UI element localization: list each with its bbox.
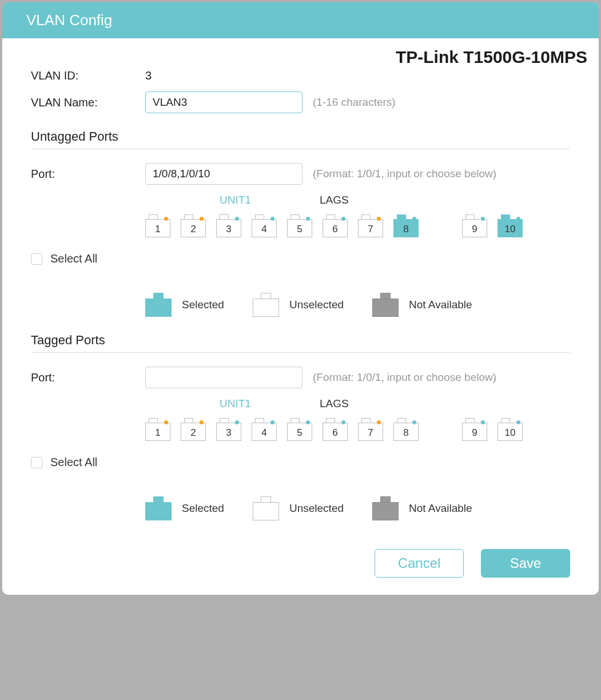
port-6[interactable]: 6: [323, 214, 348, 237]
legend-tagged: Selected Unselected Not Available: [145, 496, 570, 520]
port-number: 5: [287, 224, 312, 235]
port-4[interactable]: 4: [252, 214, 277, 237]
port-9[interactable]: 9: [462, 214, 487, 237]
port-status-dot-icon: [235, 420, 239, 424]
port-status-dot-icon: [341, 217, 345, 221]
vlan-name-hint: (1-16 characters): [313, 96, 396, 109]
port-3[interactable]: 3: [216, 418, 241, 441]
tagged-ports-row: 12345678910: [145, 418, 570, 441]
tab-unit1-untagged[interactable]: UNIT1: [220, 194, 251, 206]
untagged-select-all-checkbox[interactable]: [31, 253, 42, 265]
legend-selected-icon: [145, 496, 172, 520]
port-status-dot-icon: [516, 217, 520, 221]
untagged-port-input[interactable]: [145, 163, 303, 185]
port-8[interactable]: 8: [393, 214, 419, 237]
port-status-dot-icon: [270, 217, 274, 221]
port-7[interactable]: 7: [358, 418, 383, 441]
port-number: 2: [181, 224, 206, 235]
port-3[interactable]: 3: [216, 214, 241, 237]
port-status-dot-icon: [377, 420, 381, 424]
vlan-name-label: VLAN Name:: [31, 96, 145, 109]
port-status-dot-icon: [306, 217, 310, 221]
tagged-port-hint: (Format: 1/0/1, input or choose below): [313, 371, 496, 384]
port-status-dot-icon: [377, 217, 381, 221]
legend-unselected-label: Unselected: [289, 299, 344, 311]
legend-unselected-icon: [253, 496, 279, 520]
port-status-dot-icon: [481, 420, 485, 424]
port-9[interactable]: 9: [462, 418, 487, 441]
tab-lags-untagged[interactable]: LAGS: [320, 194, 349, 206]
port-5[interactable]: 5: [287, 418, 312, 441]
port-status-dot-icon: [516, 420, 520, 424]
port-number: 5: [287, 427, 312, 439]
tab-lags-tagged[interactable]: LAGS: [320, 397, 349, 410]
port-4[interactable]: 4: [252, 418, 277, 441]
legend-selected-icon: [145, 293, 172, 317]
tagged-select-all-checkbox[interactable]: [31, 457, 42, 468]
tagged-port-label: Port:: [31, 371, 145, 384]
legend-notavail-label: Not Available: [409, 299, 472, 311]
port-2[interactable]: 2: [181, 418, 206, 441]
content-area: VLAN ID: 3 VLAN Name: (1-16 characters) …: [2, 69, 599, 595]
port-number: 8: [393, 427, 419, 439]
port-7[interactable]: 7: [358, 214, 383, 237]
port-status-dot-icon: [235, 217, 239, 221]
port-number: 4: [252, 224, 277, 235]
window-title: VLAN Config: [2, 2, 599, 38]
port-status-dot-icon: [412, 217, 416, 221]
untagged-select-all-label: Select All: [50, 252, 97, 265]
port-8[interactable]: 8: [393, 418, 419, 441]
legend-notavail-icon: [372, 496, 399, 520]
port-number: 6: [323, 427, 348, 439]
port-number: 3: [216, 224, 241, 235]
port-number: 9: [462, 427, 487, 439]
port-number: 1: [145, 224, 170, 235]
port-number: 3: [216, 427, 241, 439]
tagged-title: Tagged Ports: [31, 333, 570, 348]
port-2[interactable]: 2: [181, 214, 206, 237]
port-number: 8: [393, 224, 419, 235]
vlan-config-window: VLAN Config TP-Link T1500G-10MPS VLAN ID…: [2, 2, 599, 595]
port-status-dot-icon: [164, 420, 168, 424]
legend-selected-label: Selected: [182, 502, 224, 515]
port-number: 9: [462, 224, 487, 235]
port-status-dot-icon: [306, 420, 310, 424]
untagged-title: Untagged Ports: [31, 129, 570, 144]
port-status-dot-icon: [164, 217, 168, 221]
port-status-dot-icon: [412, 420, 416, 424]
legend-selected-label: Selected: [182, 299, 224, 311]
vlan-name-input[interactable]: [145, 92, 303, 113]
port-10[interactable]: 10: [497, 418, 523, 441]
port-number: 7: [358, 224, 383, 235]
divider: [31, 149, 570, 149]
device-model: TP-Link T1500G-10MPS: [2, 38, 599, 69]
port-number: 4: [252, 427, 277, 439]
legend-notavail-label: Not Available: [409, 502, 472, 515]
port-10[interactable]: 10: [497, 214, 523, 237]
divider: [31, 352, 570, 353]
port-1[interactable]: 1: [145, 214, 170, 237]
cancel-button[interactable]: Cancel: [375, 549, 464, 578]
untagged-port-label: Port:: [31, 168, 145, 181]
port-number: 7: [358, 427, 383, 439]
tagged-port-input[interactable]: [145, 367, 303, 388]
port-status-dot-icon: [481, 217, 485, 221]
legend-untagged: Selected Unselected Not Available: [145, 293, 570, 317]
untagged-ports-row: 12345678910: [145, 214, 570, 237]
port-6[interactable]: 6: [323, 418, 348, 441]
port-number: 10: [497, 427, 523, 439]
port-number: 10: [497, 224, 523, 235]
port-number: 1: [145, 427, 170, 439]
port-1[interactable]: 1: [145, 418, 170, 441]
port-5[interactable]: 5: [287, 214, 312, 237]
tab-unit1-tagged[interactable]: UNIT1: [220, 397, 251, 410]
legend-notavail-icon: [372, 293, 399, 317]
vlan-id-value: 3: [145, 69, 152, 82]
legend-unselected-label: Unselected: [289, 502, 344, 515]
port-status-dot-icon: [200, 217, 204, 221]
port-status-dot-icon: [200, 420, 204, 424]
port-status-dot-icon: [270, 420, 274, 424]
port-number: 6: [323, 224, 348, 235]
tagged-select-all-label: Select All: [50, 456, 97, 469]
save-button[interactable]: Save: [481, 549, 570, 578]
